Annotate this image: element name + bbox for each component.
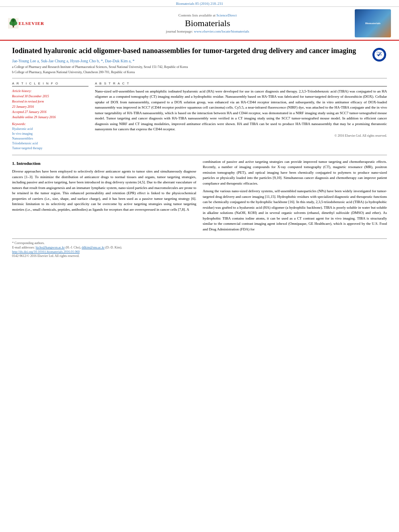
journal-homepage-text: journal homepage: www.elsevier.com/locat… [60, 29, 355, 33]
elsevier-branding: ELSEVIER [8, 16, 60, 31]
accepted-date: Accepted 27 January 2016 [12, 110, 88, 115]
email-kim[interactable]: ddkim@snu.ac.kr [82, 246, 105, 249]
keyword-item: Tumor-targeted therapy [12, 146, 88, 151]
abstract-column: A B S T R A C T Nano-sized self-assembli… [95, 82, 387, 151]
email-line: E-mail addresses: hjcho@kangwon.ac.kr (H… [12, 246, 387, 249]
keyword-item: Hyaluronic acid [12, 127, 88, 131]
revised-date: 23 January 2016 [12, 105, 88, 109]
crossmark-badge: ✓ Cross Mark [372, 48, 387, 62]
svg-text:Mark: Mark [377, 53, 382, 56]
abstract-label: A B S T R A C T [95, 82, 387, 86]
available-online-date: Available online 29 January 2016 [12, 115, 88, 120]
article-title-section: Iodinated hyaluronic acid oligomer-based… [12, 46, 387, 78]
article-title-text: Iodinated hyaluronic acid oligomer-based… [12, 46, 368, 75]
keywords-section: Keywords: Hyaluronic acidIn vivo imaging… [12, 122, 88, 151]
received-date: Received 30 December 2015 [12, 94, 88, 99]
info-abstract-section: A R T I C L E I N F O Article history: R… [12, 82, 387, 155]
copyright-text: © 2016 Elsevier Ltd. All rights reserved… [95, 134, 387, 138]
keyword-list: Hyaluronic acidIn vivo imagingNanoassemb… [12, 127, 88, 151]
journal-header: ELSEVIER Contents lists available at Sci… [0, 7, 399, 41]
cover-label: Biomaterials [365, 22, 380, 25]
keyword-item: Nanoassemblies [12, 136, 88, 141]
article-info-column: A R T I C L E I N F O Article history: R… [12, 82, 88, 151]
email-cho[interactable]: hjcho@kangwon.ac.kr [36, 246, 65, 249]
journal-reference-bar: Biomaterials 85 (2016) 218–231 [0, 0, 399, 7]
footer-issn-line: 0142-9612/© 2016 Elsevier Ltd. All right… [12, 254, 387, 258]
crossmark-icon: ✓ Cross Mark [374, 49, 385, 60]
received-revised-label: Received in revised form [12, 99, 88, 104]
article-history: Article history: Received 30 December 20… [12, 89, 88, 120]
journal-header-center: Contents lists available at ScienceDirec… [60, 13, 355, 33]
corresponding-note: * Corresponding authors. [12, 241, 387, 245]
crossmark-circle: ✓ Cross Mark [372, 48, 386, 62]
elsevier-wordmark: ELSEVIER [19, 21, 44, 26]
journal-cover-image: Biomaterials [355, 9, 391, 37]
article-main-title: Iodinated hyaluronic acid oligomer-based… [12, 46, 368, 55]
body-two-column: 1. Introduction Diverse approaches have … [12, 159, 387, 235]
svg-point-5 [12, 19, 14, 22]
body-right-column: combination of passive and active target… [203, 159, 387, 235]
affiliation-a: a College of Pharmacy and Research Insti… [12, 65, 368, 69]
intro-paragraph-1: Diverse approaches have been employed to… [12, 169, 196, 212]
article-affiliations: a College of Pharmacy and Research Insti… [12, 65, 368, 74]
introduction-heading: 1. Introduction [12, 160, 196, 167]
svg-point-4 [14, 22, 17, 25]
svg-point-3 [10, 22, 12, 25]
history-label: Article history: [12, 89, 88, 94]
journal-reference-text: Biomaterials 85 (2016) 218–231 [176, 2, 223, 6]
article-container: Iodinated hyaluronic acid oligomer-based… [0, 41, 399, 263]
journal-name-header: Biomaterials [60, 18, 355, 29]
doi-link[interactable]: http://dx.doi.org/10.1016/j.biomaterials… [12, 250, 80, 254]
sciencedirect-link[interactable]: ScienceDirect [216, 13, 237, 17]
keyword-item: Triiodobenzoic acid [12, 141, 88, 146]
elsevier-tree-icon [8, 16, 19, 31]
affiliation-b: b College of Pharmacy, Kangwon National … [12, 70, 368, 74]
article-footer: * Corresponding authors. E-mail addresse… [12, 238, 387, 258]
keyword-item: In vivo imaging [12, 131, 88, 136]
article-info-label: A R T I C L E I N F O [12, 82, 88, 86]
elsevier-logo: ELSEVIER [8, 16, 44, 31]
article-authors: Jae-Young Lee a, Suk-Jae Chung a, Hyun-J… [12, 59, 368, 63]
footer-doi-line: http://dx.doi.org/10.1016/j.biomaterials… [12, 250, 387, 254]
keywords-label: Keywords: [12, 122, 88, 126]
journal-homepage-link[interactable]: www.elsevier.com/locate/biomaterials [194, 29, 249, 33]
intro-paragraph-3: Among the various nano-sized delivery sy… [203, 189, 387, 232]
body-left-column: 1. Introduction Diverse approaches have … [12, 159, 196, 235]
abstract-text: Nano-sized self-assemblies based on amph… [95, 89, 387, 132]
intro-paragraph-2: combination of passive and active target… [203, 159, 387, 187]
sciencedirect-text: Contents lists available at ScienceDirec… [60, 13, 355, 17]
